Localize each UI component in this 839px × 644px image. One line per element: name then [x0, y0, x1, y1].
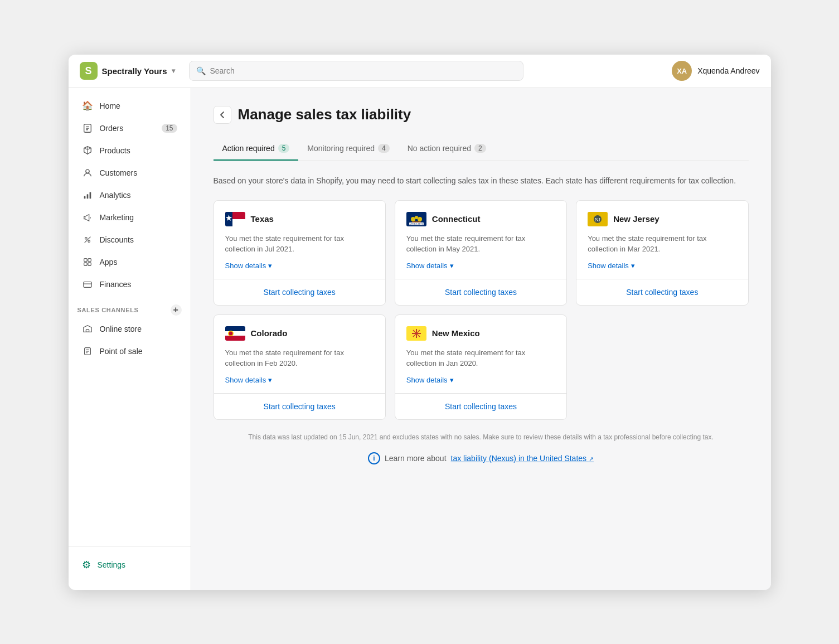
new-jersey-show-details[interactable]: Show details ▾ — [588, 262, 736, 270]
svg-rect-15 — [83, 282, 91, 287]
user-name: Xquenda Andreev — [697, 66, 759, 75]
finances-icon — [82, 279, 93, 290]
sidebar-item-online-store[interactable]: Online store — [73, 318, 186, 340]
customers-icon — [82, 167, 93, 178]
shopify-icon: S — [80, 62, 98, 80]
state-card-colorado: Colorado You met the state requirement f… — [214, 314, 386, 420]
apps-icon — [82, 256, 93, 268]
state-card-connecticut: QUI TRANSTULIT SUSTINET Connecticut You … — [395, 200, 567, 306]
new-jersey-start-collecting-button[interactable]: Start collecting taxes — [626, 288, 698, 297]
texas-show-details[interactable]: Show details ▾ — [225, 262, 374, 270]
sidebar-item-products[interactable]: Products — [73, 140, 186, 161]
connecticut-start-collecting-button[interactable]: Start collecting taxes — [445, 288, 517, 297]
svg-rect-13 — [84, 262, 86, 265]
sidebar-item-label: Customers — [100, 168, 138, 177]
texas-desc: You met the state requirement for tax co… — [225, 233, 374, 255]
svg-point-28 — [415, 216, 418, 219]
state-card-new-mexico: New Mexico You met the state requirement… — [395, 314, 567, 420]
sidebar-item-label: Discounts — [100, 235, 134, 244]
info-icon: i — [368, 452, 380, 464]
svg-rect-38 — [225, 336, 245, 341]
sidebar-item-marketing[interactable]: Marketing — [73, 207, 186, 228]
svg-rect-16 — [86, 329, 89, 332]
state-cards-row-2: Colorado You met the state requirement f… — [214, 314, 749, 420]
sidebar-item-point-of-sale[interactable]: Point of sale — [73, 341, 186, 362]
sidebar-item-label: Analytics — [100, 191, 131, 200]
sidebar-item-discounts[interactable]: Discounts — [73, 229, 186, 250]
user-menu[interactable]: XA Xquenda Andreev — [672, 61, 759, 81]
state-card-texas: Texas You met the state requirement for … — [214, 200, 386, 306]
connecticut-name: Connecticut — [432, 214, 481, 224]
svg-point-42 — [415, 332, 418, 335]
settings-nav-item[interactable]: ⚙ Settings — [73, 554, 186, 576]
sidebar-item-label: Finances — [100, 280, 132, 289]
sidebar-item-label: Home — [100, 101, 120, 110]
orders-badge: 15 — [162, 124, 177, 133]
tab-monitoring-required-badge: 4 — [378, 144, 390, 153]
sidebar-item-home[interactable]: 🏠 Home — [73, 95, 186, 117]
svg-point-4 — [85, 170, 89, 173]
texas-start-collecting-button[interactable]: Start collecting taxes — [264, 288, 336, 297]
tab-monitoring-required[interactable]: Monitoring required 4 — [298, 137, 398, 161]
sidebar-item-label: Products — [100, 146, 130, 155]
back-button[interactable] — [214, 106, 231, 124]
topbar: S Spectrally Yours ▾ 🔍 XA Xquenda Andree… — [69, 55, 771, 88]
state-card-new-jersey: NJ New Jersey You met the state requirem… — [576, 200, 748, 306]
svg-rect-36 — [225, 326, 245, 331]
tab-no-action-required-badge: 2 — [474, 144, 486, 153]
discounts-icon — [82, 234, 93, 245]
footer-note: This data was last updated on 15 Jun, 20… — [214, 433, 749, 441]
sidebar-item-label: Marketing — [100, 213, 134, 222]
svg-rect-7 — [89, 192, 91, 198]
new-mexico-name: New Mexico — [432, 328, 480, 338]
search-bar[interactable]: 🔍 — [189, 61, 523, 81]
search-input[interactable] — [210, 66, 516, 75]
new-mexico-show-details[interactable]: Show details ▾ — [406, 376, 555, 384]
colorado-start-collecting-button[interactable]: Start collecting taxes — [264, 402, 336, 411]
sidebar-item-apps[interactable]: Apps — [73, 251, 186, 273]
new-mexico-desc: You met the state requirement for tax co… — [406, 347, 555, 369]
page-title: Manage sales tax liability — [238, 106, 411, 123]
settings-icon: ⚙ — [82, 559, 91, 571]
svg-point-27 — [411, 217, 415, 221]
tab-action-required-badge: 5 — [278, 144, 290, 153]
avatar: XA — [672, 61, 692, 81]
store-logo[interactable]: S Spectrally Yours ▾ — [80, 62, 180, 80]
connecticut-show-details[interactable]: Show details ▾ — [406, 262, 555, 270]
sidebar-item-analytics[interactable]: Analytics — [73, 185, 186, 206]
tabs-bar: Action required 5 Monitoring required 4 … — [214, 137, 749, 161]
learn-more-prefix: Learn more about — [385, 454, 447, 463]
home-icon: 🏠 — [82, 100, 93, 112]
sidebar-item-orders[interactable]: Orders 15 — [73, 118, 186, 139]
sidebar-item-label: Point of sale — [100, 347, 143, 356]
new-mexico-start-collecting-button[interactable]: Start collecting taxes — [445, 402, 517, 411]
texas-flag — [225, 212, 245, 226]
sidebar-item-label: Online store — [100, 325, 142, 333]
store-name: Spectrally Yours — [102, 66, 167, 76]
svg-text:QUI TRANSTULIT SUSTINET: QUI TRANSTULIT SUSTINET — [406, 222, 426, 225]
colorado-show-details[interactable]: Show details ▾ — [225, 376, 374, 384]
analytics-icon — [82, 190, 93, 201]
new-jersey-desc: You met the state requirement for tax co… — [588, 233, 736, 255]
new-jersey-flag: NJ — [588, 212, 608, 226]
tab-action-required[interactable]: Action required 5 — [214, 137, 299, 161]
store-dropdown-icon: ▾ — [172, 67, 175, 75]
point-of-sale-icon — [82, 346, 93, 357]
sidebar-item-label: Orders — [100, 124, 124, 133]
sidebar-item-customers[interactable]: Customers — [73, 162, 186, 183]
state-cards-row-1: Texas You met the state requirement for … — [214, 200, 749, 306]
tab-no-action-required[interactable]: No action required 2 — [399, 137, 495, 161]
marketing-icon — [82, 212, 93, 223]
svg-rect-14 — [88, 262, 90, 265]
svg-point-29 — [418, 217, 422, 221]
svg-point-8 — [85, 237, 87, 239]
sidebar-item-finances[interactable]: Finances — [73, 274, 186, 295]
svg-text:NJ: NJ — [595, 217, 600, 222]
nexus-link[interactable]: tax liability (Nexus) in the United Stat… — [451, 454, 594, 463]
sidebar-item-label: Apps — [100, 258, 118, 267]
svg-point-9 — [88, 240, 90, 242]
add-sales-channel-button[interactable]: + — [171, 304, 182, 316]
page-header: Manage sales tax liability — [214, 106, 749, 124]
products-icon — [82, 145, 93, 156]
svg-rect-11 — [84, 258, 86, 261]
